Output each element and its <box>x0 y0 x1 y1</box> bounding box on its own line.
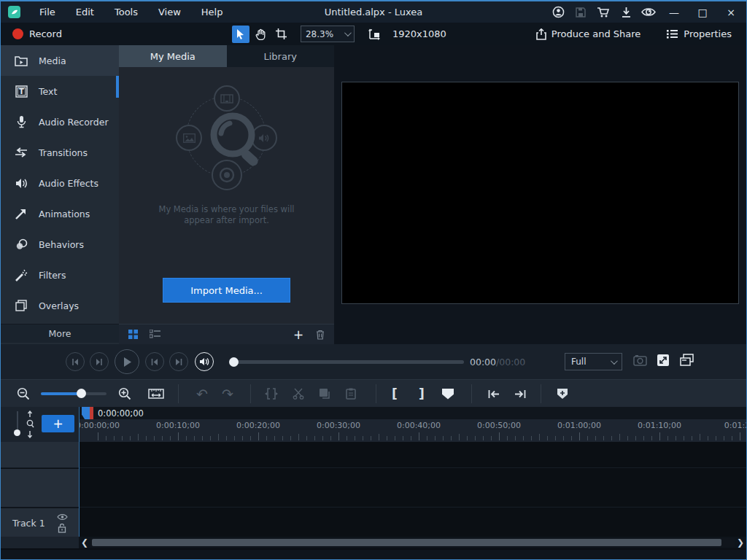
crop-tool-icon[interactable] <box>273 26 290 43</box>
sidebar-item-media[interactable]: Media <box>1 45 119 76</box>
menu-file[interactable]: File <box>29 7 66 18</box>
track-1-header[interactable]: Track 1 <box>1 508 79 538</box>
snapshot-icon[interactable] <box>633 354 647 366</box>
timeline-zoom-slider-knob[interactable] <box>77 389 86 398</box>
zoom-to-fit-button[interactable] <box>146 380 166 408</box>
media-icon <box>14 53 28 68</box>
maximize-button[interactable]: □ <box>692 5 713 20</box>
cart-icon[interactable] <box>595 5 611 20</box>
cut-button[interactable] <box>288 380 309 408</box>
track-lane[interactable] <box>79 469 746 508</box>
volume-button[interactable] <box>195 352 214 371</box>
list-view-button[interactable] <box>148 329 161 341</box>
delete-media-button[interactable] <box>314 329 327 341</box>
scrollbar-thumb[interactable] <box>92 539 721 546</box>
add-marker-button[interactable] <box>438 380 457 408</box>
paste-button[interactable] <box>341 380 361 408</box>
ruler-tick <box>98 432 98 440</box>
sidebar-item-text[interactable]: T Text <box>1 76 119 106</box>
save-icon[interactable] <box>573 5 589 20</box>
menu-help[interactable]: Help <box>191 7 233 18</box>
produce-share-button[interactable]: Produce and Share <box>536 28 641 40</box>
track-rows: Track 1 <box>1 442 746 538</box>
playhead-bar[interactable] <box>90 407 93 419</box>
mark-in-button[interactable]: [ <box>386 380 403 408</box>
minimize-button[interactable]: — <box>663 5 685 20</box>
media-panel: My Media Library My Media is where your <box>119 45 334 344</box>
ruler-label: 0:00:40;00 <box>397 421 441 430</box>
track-lock-icon[interactable] <box>58 524 66 533</box>
undo-button[interactable]: ↶ <box>192 380 212 408</box>
seek-slider[interactable] <box>231 360 464 364</box>
sidebar-item-animations[interactable]: Animations <box>1 198 119 229</box>
seek-knob[interactable] <box>229 357 239 367</box>
track-visibility-icon[interactable] <box>57 513 68 521</box>
track-lane[interactable] <box>79 442 746 468</box>
copy-button[interactable] <box>314 380 335 408</box>
add-media-button[interactable]: + <box>292 329 305 341</box>
grid-view-button[interactable] <box>126 329 139 341</box>
tab-my-media[interactable]: My Media <box>119 45 227 67</box>
timeline-zoom-in-button[interactable] <box>115 380 134 408</box>
track-height-slider[interactable] <box>17 411 18 433</box>
download-icon[interactable] <box>618 5 634 20</box>
go-to-end-button[interactable] <box>169 352 188 371</box>
ruler-tick <box>451 436 452 440</box>
vertical-zoom-icon[interactable] <box>25 411 35 438</box>
detach-player-icon[interactable] <box>680 354 694 366</box>
previous-marker-button[interactable] <box>483 380 505 408</box>
properties-button[interactable]: Properties <box>667 28 732 39</box>
menu-view[interactable]: View <box>148 7 191 18</box>
add-timeline-marker-button[interactable] <box>553 380 572 408</box>
previous-frame-button[interactable] <box>66 352 85 371</box>
ruler-tick <box>395 436 395 440</box>
next-marker-button[interactable] <box>509 380 531 408</box>
next-frame-button[interactable] <box>90 352 109 371</box>
display-mode-select[interactable]: Full <box>565 353 622 370</box>
sidebar-item-filters[interactable]: Filters <box>1 260 119 290</box>
pan-tool-icon[interactable] <box>252 26 270 43</box>
split-button[interactable] <box>261 380 282 408</box>
record-button[interactable]: Record <box>1 28 62 39</box>
add-track-button[interactable]: + <box>42 415 74 432</box>
sidebar-item-behaviors[interactable]: Behaviors <box>1 229 119 260</box>
tab-library-label: Library <box>264 51 297 62</box>
go-to-start-button[interactable] <box>145 352 164 371</box>
scroll-left-button[interactable]: ❮ <box>79 537 90 548</box>
select-tool-button[interactable] <box>232 26 249 43</box>
mark-out-button[interactable]: ] <box>413 380 430 408</box>
track-height-knob[interactable] <box>14 429 20 436</box>
menu-edit[interactable]: Edit <box>66 7 104 18</box>
timeline-zoom-slider[interactable] <box>41 392 107 395</box>
import-media-button[interactable]: Import Media... <box>163 278 290 303</box>
ruler-tick <box>387 436 387 440</box>
ruler-tick <box>130 436 131 440</box>
track-1-label: Track 1 <box>12 518 45 529</box>
play-button[interactable] <box>115 349 139 374</box>
sidebar-item-audio-effects[interactable]: Audio Effects <box>1 168 119 198</box>
preview-canvas[interactable] <box>341 82 739 304</box>
menu-tools[interactable]: Tools <box>104 7 148 18</box>
zoom-level-select[interactable]: 28.3% <box>301 26 355 42</box>
scrollbar-track[interactable] <box>90 538 735 547</box>
ruler-label: 0:01:20 <box>724 421 746 430</box>
horizontal-scrollbar[interactable]: ❮ ❯ <box>1 537 746 548</box>
account-icon[interactable] <box>550 5 566 20</box>
tab-library[interactable]: Library <box>227 45 335 67</box>
close-button[interactable]: × <box>720 5 742 20</box>
sidebar-item-overlays[interactable]: Overlays <box>1 290 119 321</box>
ruler-tick <box>619 434 620 440</box>
track-1-lane[interactable] <box>79 508 746 538</box>
fullscreen-icon[interactable] <box>657 354 670 367</box>
sidebar-item-audio-recorder[interactable]: Audio Recorder <box>1 106 119 137</box>
sidebar-item-transitions[interactable]: Transitions <box>1 137 119 168</box>
ruler-label: 0:01:00;00 <box>557 421 601 430</box>
redo-button[interactable]: ↷ <box>217 380 238 408</box>
timeline-zoom-out-button[interactable] <box>14 380 33 408</box>
canvas-size-icon[interactable] <box>366 26 384 43</box>
acdsee-eye-icon[interactable] <box>640 5 657 20</box>
scroll-right-button[interactable]: ❯ <box>735 537 746 548</box>
sidebar-more-button[interactable]: More <box>1 324 119 343</box>
timeline-ruler[interactable]: 0:00:00;000:00:10;000:00:20;000:00:30;00… <box>79 407 746 442</box>
ruler-tick <box>106 436 107 440</box>
